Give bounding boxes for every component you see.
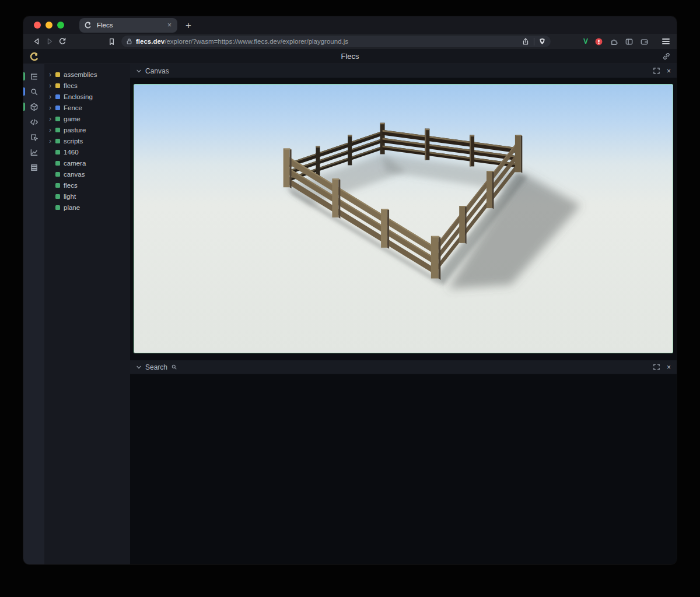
tree-item[interactable]: › scripts — [49, 135, 130, 146]
extensions-puzzle-icon[interactable] — [610, 37, 618, 46]
tab-title: Flecs — [97, 22, 166, 29]
fullscreen-icon[interactable] — [653, 68, 660, 74]
expand-arrow-icon[interactable]: › — [49, 127, 55, 134]
zoom-window-button[interactable] — [57, 22, 64, 29]
entity-tree-panel: › assemblies › flecs › Enclosing — [44, 64, 130, 564]
expand-arrow-icon[interactable]: › — [49, 104, 55, 111]
main-area: Canvas × — [130, 64, 677, 564]
back-button[interactable] — [30, 36, 43, 47]
collapse-chevron-icon[interactable] — [136, 68, 142, 74]
sidebar-toggle-icon[interactable] — [625, 37, 634, 46]
canvas-panel-header: Canvas × — [130, 64, 677, 78]
tree-item[interactable]: flecs — [49, 180, 130, 191]
entity-color-square — [55, 106, 60, 110]
icon-rail — [23, 64, 44, 564]
search-magnifier-icon — [171, 364, 177, 370]
page-title: Flecs — [23, 52, 677, 61]
close-panel-icon[interactable]: × — [667, 364, 671, 371]
search-panel-header: Search × — [130, 360, 677, 374]
rail-code-icon[interactable] — [23, 114, 44, 129]
tree-item[interactable]: › flecs — [49, 80, 130, 91]
entity-label: canvas — [64, 171, 85, 178]
extension-v-icon[interactable]: V — [583, 37, 588, 45]
fullscreen-icon[interactable] — [653, 364, 660, 370]
tree-item[interactable]: light — [49, 191, 130, 202]
share-icon[interactable] — [522, 37, 530, 45]
expand-arrow-icon[interactable]: › — [49, 71, 55, 78]
entity-color-square — [55, 117, 60, 121]
entity-color-square — [55, 94, 60, 99]
canvas-panel-title: Canvas — [145, 67, 169, 75]
url-host: flecs.dev — [136, 38, 164, 45]
tree-item[interactable]: plane — [49, 202, 130, 213]
tab-close-icon[interactable]: × — [166, 21, 173, 29]
entity-color-square — [55, 72, 60, 77]
rail-statistics-icon[interactable] — [23, 145, 44, 160]
traffic-lights — [23, 22, 72, 29]
active-indicator — [23, 72, 25, 80]
browser-tab[interactable]: Flecs × — [79, 18, 177, 33]
active-indicator — [23, 87, 25, 96]
brave-shield-icon[interactable] — [538, 37, 546, 45]
url-bar[interactable]: flecs.dev/explorer/?wasm=https://www.fle… — [121, 36, 551, 47]
tree-item[interactable]: canvas — [49, 168, 130, 180]
rail-search-icon[interactable] — [23, 84, 44, 99]
entity-label: 1460 — [64, 149, 79, 156]
wallet-icon[interactable] — [640, 37, 649, 46]
bookmark-icon[interactable] — [105, 36, 118, 47]
close-panel-icon[interactable]: × — [667, 68, 671, 75]
rail-cube-3d-icon[interactable] — [23, 99, 44, 114]
search-panel-body[interactable] — [130, 374, 677, 564]
tree-item[interactable]: › Enclosing — [49, 91, 130, 102]
close-window-button[interactable] — [34, 22, 41, 29]
entity-color-square — [55, 150, 60, 154]
minimize-window-button[interactable] — [46, 22, 52, 29]
tree-item[interactable]: › game — [49, 113, 130, 124]
tree-item[interactable]: › pasture — [49, 124, 130, 135]
entity-label: camera — [64, 160, 86, 167]
fence-3d-render — [134, 85, 673, 353]
entity-label: flecs — [64, 82, 78, 89]
entity-color-square — [55, 128, 60, 132]
extension-red-icon[interactable] — [594, 37, 603, 46]
flecs-favicon — [84, 21, 92, 29]
share-link-icon[interactable] — [662, 52, 671, 61]
new-tab-button[interactable]: + — [186, 20, 191, 30]
reload-button[interactable] — [56, 36, 69, 47]
entity-label: plane — [64, 204, 80, 211]
menu-icon[interactable] — [662, 38, 670, 44]
entity-label: scripts — [64, 138, 83, 145]
rail-entity-tree-icon[interactable] — [23, 69, 44, 84]
browser-window: Flecs × + flecs.dev/explorer/?wasm=https… — [23, 16, 677, 564]
entity-color-square — [55, 161, 60, 166]
entity-label: light — [64, 193, 76, 200]
expand-arrow-icon[interactable]: › — [49, 93, 55, 100]
divider — [534, 38, 534, 45]
browser-toolbar: flecs.dev/explorer/?wasm=https://www.fle… — [23, 34, 677, 49]
search-panel-title: Search — [145, 363, 167, 371]
content-area: › assemblies › flecs › Enclosing — [23, 64, 677, 564]
rail-tables-icon[interactable] — [23, 160, 44, 175]
tree-item[interactable]: › assemblies — [49, 69, 130, 80]
tab-strip: Flecs × + — [23, 16, 677, 34]
entity-label: pasture — [64, 127, 86, 134]
entity-label: assemblies — [64, 71, 97, 78]
entity-label: Fence — [64, 104, 82, 111]
rail-inspector-icon[interactable] — [23, 129, 44, 145]
entity-color-square — [55, 194, 60, 199]
entity-color-square — [55, 83, 60, 88]
tree-item[interactable]: camera — [49, 157, 130, 168]
expand-arrow-icon[interactable]: › — [49, 138, 55, 145]
url-path: /explorer/?wasm=https://www.flecs.dev/ex… — [164, 38, 348, 45]
expand-arrow-icon[interactable]: › — [49, 115, 55, 122]
collapse-chevron-icon[interactable] — [136, 364, 142, 370]
entity-color-square — [55, 205, 60, 210]
expand-arrow-icon[interactable]: › — [49, 82, 55, 89]
tree-item[interactable]: 1460 — [49, 146, 130, 157]
entity-color-square — [55, 139, 60, 143]
forward-button[interactable] — [43, 36, 56, 47]
extensions-group: V — [583, 37, 670, 46]
entity-label: game — [64, 115, 80, 122]
tree-item[interactable]: › Fence — [49, 102, 130, 113]
canvas-3d-viewport[interactable] — [134, 84, 673, 353]
